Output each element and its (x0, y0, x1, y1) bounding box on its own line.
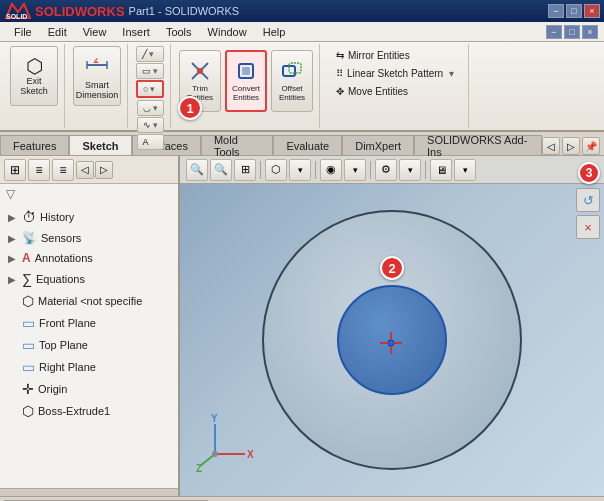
tab-mold-tools[interactable]: Mold Tools (201, 135, 273, 155)
exit-sketch-button[interactable]: ⬡ ExitSketch (10, 46, 58, 106)
app-logo: SOLID SOLIDWORKS (4, 2, 125, 20)
axes-indicator: X Y Z (195, 414, 255, 476)
vp-close-btn[interactable]: × (576, 215, 600, 239)
ft-forward-btn[interactable]: ▷ (95, 161, 113, 179)
ft-item-right-plane[interactable]: ▭ Right Plane (0, 356, 178, 378)
menu-view[interactable]: View (75, 25, 115, 39)
annotations-icon: A (22, 251, 31, 265)
vp-display-arr[interactable]: ▾ (344, 159, 366, 181)
ft-back-btn[interactable]: ◁ (76, 161, 94, 179)
tab-scroll-left[interactable]: ◁ (542, 137, 560, 155)
trim-icon (189, 60, 211, 84)
svg-rect-10 (242, 67, 250, 75)
panel-pin[interactable]: 📌 (582, 137, 600, 155)
menu-restore[interactable]: □ (564, 25, 580, 39)
tab-sketch[interactable]: Sketch (69, 135, 131, 155)
title-bar-left: SOLID SOLIDWORKS Part1 - SOLIDWORKS (4, 2, 239, 20)
ft-item-material[interactable]: ⬡ Material <not specifie (0, 290, 178, 312)
arc-button[interactable]: ◡ ▾ (137, 100, 164, 116)
vp-rotate-btn[interactable]: ↺ (576, 188, 600, 212)
equations-label: Equations (36, 273, 85, 285)
sketch-small-buttons: ╱ ▾ ▭ ▾ ○ ▾ (136, 46, 164, 98)
minimize-btn[interactable]: − (548, 4, 564, 18)
ft-btn-list[interactable]: ≡ (28, 159, 50, 181)
smart-dimension-button[interactable]: ∡ SmartDimension (73, 46, 121, 106)
front-plane-icon: ▭ (22, 315, 35, 331)
menu-insert[interactable]: Insert (114, 25, 158, 39)
vp-monitor-btn[interactable]: 🖥 (430, 159, 452, 181)
menu-tools[interactable]: Tools (158, 25, 200, 39)
ft-item-origin[interactable]: ✛ Origin (0, 378, 178, 400)
badge-1: 1 (178, 96, 202, 120)
annotations-expand: ▶ (8, 253, 18, 264)
filter-icon: ▽ (6, 187, 15, 201)
menu-file[interactable]: File (6, 25, 40, 39)
ft-item-top-plane[interactable]: ▭ Top Plane (0, 334, 178, 356)
close-btn[interactable]: × (584, 4, 600, 18)
origin-icon: ✛ (22, 381, 34, 397)
vp-box-btn[interactable]: ⬡ (265, 159, 287, 181)
vp-shape-btn[interactable]: ▾ (289, 159, 311, 181)
vp-zoom-btn[interactable]: 🔍 (210, 159, 232, 181)
tab-evaluate[interactable]: Evaluate (273, 135, 342, 155)
linear-sketch-pattern-button[interactable]: ⠿ Linear Sketch Pattern ▾ (328, 66, 462, 81)
vp-view-btn[interactable]: ⊞ (234, 159, 256, 181)
vp-render-btn[interactable]: ⚙ (375, 159, 397, 181)
exit-sketch-label: ExitSketch (20, 76, 48, 96)
sensors-label: Sensors (41, 232, 81, 244)
ft-item-front-plane[interactable]: ▭ Front Plane (0, 312, 178, 334)
menu-edit[interactable]: Edit (40, 25, 75, 39)
mirror-entities-button[interactable]: ⇆ Mirror Entities (328, 48, 462, 63)
menu-help[interactable]: Help (255, 25, 294, 39)
ft-item-boss-extrude[interactable]: ⬡ Boss-Extrude1 (0, 400, 178, 422)
ft-item-history[interactable]: ▶ ⏱ History (0, 206, 178, 228)
equations-icon: ∑ (22, 271, 32, 287)
vp-render-arr[interactable]: ▾ (399, 159, 421, 181)
ft-item-equations[interactable]: ▶ ∑ Equations (0, 268, 178, 290)
top-plane-icon: ▭ (22, 337, 35, 353)
tab-scroll-right[interactable]: ▷ (562, 137, 580, 155)
arc-icon: ◡ (143, 103, 151, 113)
feature-tree-scrollbar[interactable] (0, 488, 178, 496)
tab-solidworks-addins[interactable]: SOLIDWORKS Add-Ins (414, 135, 542, 155)
tab-dimxpert[interactable]: DimXpert (342, 135, 414, 155)
move-icon: ✥ (336, 86, 344, 97)
ft-item-annotations[interactable]: ▶ A Annotations (0, 248, 178, 268)
vp-monitor-arr[interactable]: ▾ (454, 159, 476, 181)
line-button[interactable]: ╱ ▾ (136, 46, 164, 62)
material-icon: ⬡ (22, 293, 34, 309)
ft-item-sensors[interactable]: ▶ 📡 Sensors (0, 228, 178, 248)
mirror-icon: ⇆ (336, 50, 344, 61)
svg-text:X: X (247, 449, 254, 460)
vp-search-btn[interactable]: 🔍 (186, 159, 208, 181)
title-bar: SOLID SOLIDWORKS Part1 - SOLIDWORKS − □ … (0, 0, 604, 22)
tab-features[interactable]: Features (0, 135, 69, 155)
line-icon: ╱ (142, 49, 147, 59)
svg-text:∡: ∡ (93, 57, 99, 64)
logo-text: SOLIDWORKS (35, 4, 125, 19)
menu-window[interactable]: Window (200, 25, 255, 39)
vp-display-btn[interactable]: ◉ (320, 159, 342, 181)
spline-button[interactable]: ∿ ▾ (137, 117, 164, 133)
menu-close[interactable]: × (582, 25, 598, 39)
badge-3: 3 (578, 162, 600, 184)
front-plane-label: Front Plane (39, 317, 96, 329)
maximize-btn[interactable]: □ (566, 4, 582, 18)
menu-minimize[interactable]: − (546, 25, 562, 39)
rectangle-button[interactable]: ▭ ▾ (136, 63, 164, 79)
ribbon-group-sketch-tools: ╱ ▾ ▭ ▾ ○ ▾ ◡ ▾ ∿ ▾ A (130, 44, 171, 128)
main-area: ⊞ ≡ ≡ ◁ ▷ ▽ ▶ ⏱ History ▶ 📡 Sensors ▶ (0, 156, 604, 496)
move-entities-button[interactable]: ✥ Move Entities (328, 84, 462, 99)
ft-btn-grid[interactable]: ⊞ (4, 159, 26, 181)
badge-2: 2 (380, 256, 404, 280)
circle-button[interactable]: ○ ▾ (136, 80, 164, 98)
ft-btn-filter[interactable]: ≡ (52, 159, 74, 181)
offset-entities-button[interactable]: OffsetEntities (271, 50, 313, 112)
convert-entities-button[interactable]: ConvertEntities (225, 50, 267, 112)
axes-svg: X Y Z (195, 414, 255, 474)
spline-icon: ∿ (143, 120, 151, 130)
window-controls[interactable]: − □ × (548, 4, 600, 18)
menu-bar-controls[interactable]: − □ × (546, 25, 598, 39)
text-button[interactable]: A (137, 134, 164, 150)
circle-icon: ○ (143, 84, 148, 94)
